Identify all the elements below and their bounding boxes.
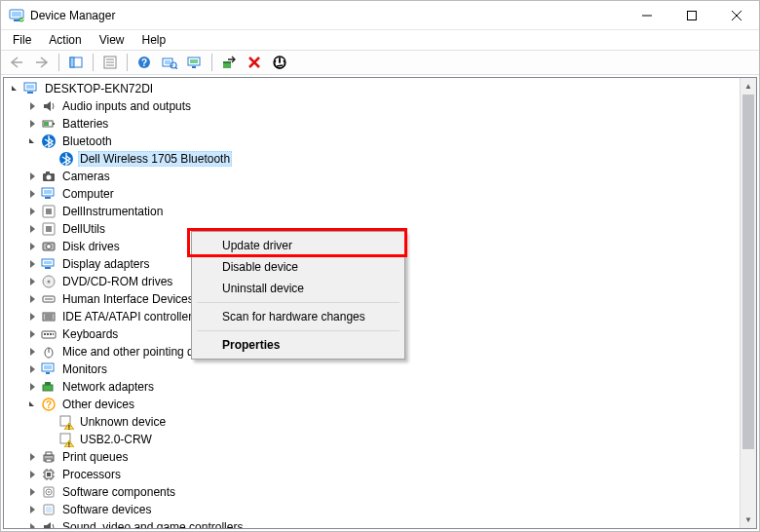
audio-icon bbox=[41, 519, 57, 528]
tree-label: Other devices bbox=[60, 398, 136, 411]
expand-arrow-icon[interactable] bbox=[25, 503, 39, 516]
svg-rect-30 bbox=[27, 92, 33, 94]
software-component-icon bbox=[41, 484, 57, 500]
expand-arrow-icon[interactable] bbox=[25, 362, 39, 376]
tree-category-sound-video-game-controllers[interactable]: Sound, video and game controllers bbox=[4, 518, 740, 528]
svg-point-47 bbox=[47, 245, 52, 249]
system-device-icon bbox=[41, 204, 57, 219]
printer-icon bbox=[41, 449, 57, 465]
expand-arrow-icon[interactable] bbox=[25, 205, 39, 218]
tree-category-network-adapters[interactable]: Network adapters bbox=[4, 378, 740, 396]
tree-device-usb2-crw[interactable]: ! USB2.0-CRW bbox=[4, 431, 740, 448]
expand-arrow-icon[interactable] bbox=[25, 468, 39, 481]
vertical-scrollbar[interactable]: ▲ ▼ bbox=[740, 78, 756, 528]
expand-arrow-icon[interactable] bbox=[25, 187, 39, 201]
tree-category-bluetooth[interactable]: Bluetooth bbox=[4, 133, 740, 150]
tree-label: Human Interface Devices bbox=[60, 292, 196, 306]
tree-category-monitors[interactable]: Monitors bbox=[4, 361, 740, 378]
warning-device-icon: ! bbox=[58, 414, 74, 430]
tree-label: Processors bbox=[60, 468, 123, 481]
tree-category-dell-instrumentation[interactable]: DellInstrumentation bbox=[4, 203, 740, 220]
svg-rect-21 bbox=[190, 59, 198, 63]
computer-icon bbox=[41, 186, 57, 202]
toolbar-separator bbox=[93, 54, 94, 71]
context-menu-disable-device[interactable]: Disable device bbox=[195, 256, 401, 278]
tree-category-batteries[interactable]: Batteries bbox=[4, 115, 740, 133]
svg-text:!: ! bbox=[68, 424, 70, 431]
bluetooth-icon bbox=[41, 133, 57, 149]
update-driver-toolbar-button[interactable] bbox=[217, 52, 241, 73]
svg-rect-38 bbox=[46, 171, 50, 173]
context-menu-uninstall-device[interactable]: Uninstall device bbox=[195, 278, 401, 299]
tree-category-processors[interactable]: Processors bbox=[4, 466, 740, 483]
context-menu: Update driver Disable device Uninstall d… bbox=[191, 231, 405, 360]
maximize-button[interactable] bbox=[669, 1, 714, 29]
expand-arrow-icon[interactable] bbox=[8, 82, 21, 95]
svg-rect-49 bbox=[44, 261, 52, 264]
expand-arrow-icon[interactable] bbox=[25, 398, 39, 411]
svg-rect-33 bbox=[44, 122, 49, 126]
expand-arrow-icon[interactable] bbox=[25, 310, 39, 323]
camera-icon bbox=[41, 169, 57, 184]
expand-arrow-icon[interactable] bbox=[25, 292, 39, 306]
expand-arrow-icon[interactable] bbox=[25, 275, 39, 288]
tree-label: Software devices bbox=[60, 503, 153, 516]
minimize-button[interactable] bbox=[625, 1, 669, 29]
svg-line-19 bbox=[175, 67, 177, 69]
menu-action[interactable]: Action bbox=[41, 32, 89, 48]
tree-category-other-devices[interactable]: ? Other devices bbox=[4, 396, 740, 413]
context-menu-properties[interactable]: Properties bbox=[195, 334, 401, 356]
properties-toolbar-button[interactable] bbox=[98, 52, 122, 73]
close-button[interactable] bbox=[714, 1, 759, 29]
expand-arrow-icon[interactable] bbox=[25, 380, 39, 394]
svg-rect-67 bbox=[44, 365, 52, 369]
tree-category-computer[interactable]: Computer bbox=[4, 185, 740, 203]
expand-arrow-icon[interactable] bbox=[25, 345, 39, 359]
svg-rect-2 bbox=[14, 19, 19, 21]
window-controls bbox=[625, 1, 759, 29]
expand-arrow-icon[interactable] bbox=[25, 240, 39, 253]
tree-root[interactable]: DESKTOP-EKN72DI bbox=[4, 80, 740, 97]
disable-device-toolbar-button[interactable] bbox=[268, 52, 291, 73]
display-adapter-icon bbox=[41, 256, 57, 272]
tree-category-cameras[interactable]: Cameras bbox=[4, 168, 740, 185]
tree-category-software-components[interactable]: Software components bbox=[4, 483, 740, 501]
window-title: Device Manager bbox=[30, 9, 115, 22]
svg-rect-96 bbox=[46, 507, 52, 513]
expand-arrow-icon[interactable] bbox=[25, 257, 39, 271]
svg-rect-83 bbox=[47, 473, 51, 476]
expand-arrow-icon[interactable] bbox=[25, 170, 39, 183]
enable-device-toolbar-button[interactable] bbox=[183, 52, 207, 73]
expand-arrow-icon[interactable] bbox=[25, 485, 39, 499]
back-button[interactable] bbox=[5, 52, 28, 73]
expand-arrow-icon[interactable] bbox=[25, 222, 39, 236]
forward-button[interactable] bbox=[30, 52, 54, 73]
menu-file[interactable]: File bbox=[5, 32, 39, 48]
expand-arrow-icon[interactable] bbox=[25, 327, 39, 341]
context-menu-scan-hardware[interactable]: Scan for hardware changes bbox=[195, 306, 401, 327]
context-menu-update-driver[interactable]: Update driver bbox=[195, 235, 401, 256]
svg-text:?: ? bbox=[141, 57, 147, 68]
expand-arrow-icon[interactable] bbox=[25, 134, 39, 148]
show-hide-console-tree-button[interactable] bbox=[64, 52, 88, 73]
menu-help[interactable]: Help bbox=[134, 32, 174, 48]
expand-arrow-icon[interactable] bbox=[25, 450, 39, 464]
expand-arrow-icon[interactable] bbox=[25, 520, 39, 528]
scroll-up-button[interactable]: ▲ bbox=[741, 78, 756, 95]
menu-view[interactable]: View bbox=[92, 32, 133, 48]
tree-category-software-devices[interactable]: Software devices bbox=[4, 501, 740, 518]
tree-category-print-queues[interactable]: Print queues bbox=[4, 448, 740, 466]
scroll-down-button[interactable]: ▼ bbox=[741, 512, 756, 528]
uninstall-device-toolbar-button[interactable] bbox=[243, 52, 266, 73]
tree-label: USB2.0-CRW bbox=[78, 433, 154, 446]
tree-device-dell-wireless-1705-bluetooth[interactable]: Dell Wireless 1705 Bluetooth bbox=[4, 150, 740, 168]
toolbar-separator bbox=[58, 54, 59, 71]
help-toolbar-button[interactable]: ? bbox=[133, 52, 156, 73]
expand-arrow-icon[interactable] bbox=[25, 99, 39, 113]
tree-device-unknown[interactable]: ! Unknown device bbox=[4, 413, 740, 431]
expand-arrow-icon[interactable] bbox=[25, 117, 39, 131]
tree-category-audio[interactable]: Audio inputs and outputs bbox=[4, 97, 740, 115]
svg-rect-80 bbox=[46, 452, 52, 455]
scroll-thumb[interactable] bbox=[741, 95, 756, 512]
scan-hardware-toolbar-button[interactable] bbox=[158, 52, 181, 73]
